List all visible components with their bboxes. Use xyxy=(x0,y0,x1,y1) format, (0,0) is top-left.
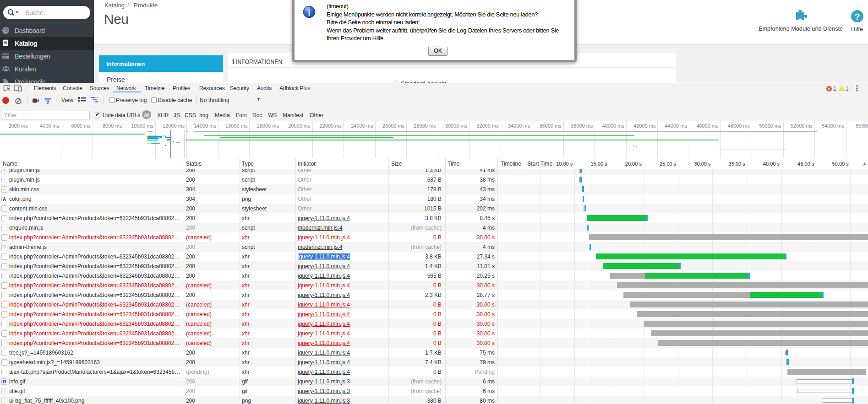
svg-text:A: A xyxy=(3,197,6,202)
svg-text:i: i xyxy=(308,8,310,17)
svg-text:?: ? xyxy=(855,12,860,22)
